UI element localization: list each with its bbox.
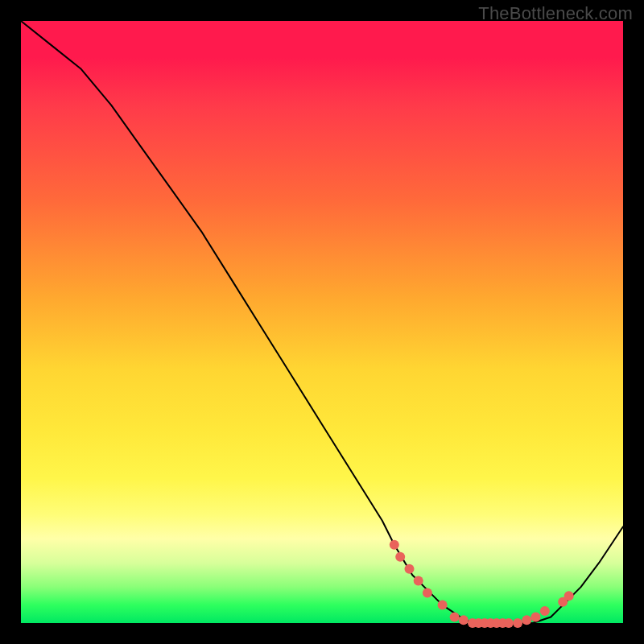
- bottleneck-curve: [21, 21, 623, 623]
- data-point-marker: [405, 564, 415, 574]
- marker-group: [390, 540, 574, 628]
- data-point-marker: [459, 615, 469, 625]
- data-point-marker: [414, 576, 423, 586]
- data-point-marker: [390, 540, 399, 550]
- data-point-marker: [423, 588, 432, 598]
- data-point-marker: [513, 618, 522, 628]
- curve-layer: [21, 21, 623, 623]
- attribution-watermark: TheBottleneck.com: [478, 3, 633, 24]
- data-point-marker: [540, 606, 550, 616]
- data-point-marker: [450, 613, 460, 622]
- data-point-marker: [395, 552, 405, 562]
- data-point-marker: [531, 613, 541, 622]
- plot-area: [21, 21, 623, 623]
- data-point-marker: [438, 601, 448, 610]
- data-point-marker: [564, 591, 574, 601]
- data-point-marker: [504, 618, 514, 628]
- chart-frame: TheBottleneck.com: [0, 0, 644, 644]
- data-point-marker: [522, 615, 531, 625]
